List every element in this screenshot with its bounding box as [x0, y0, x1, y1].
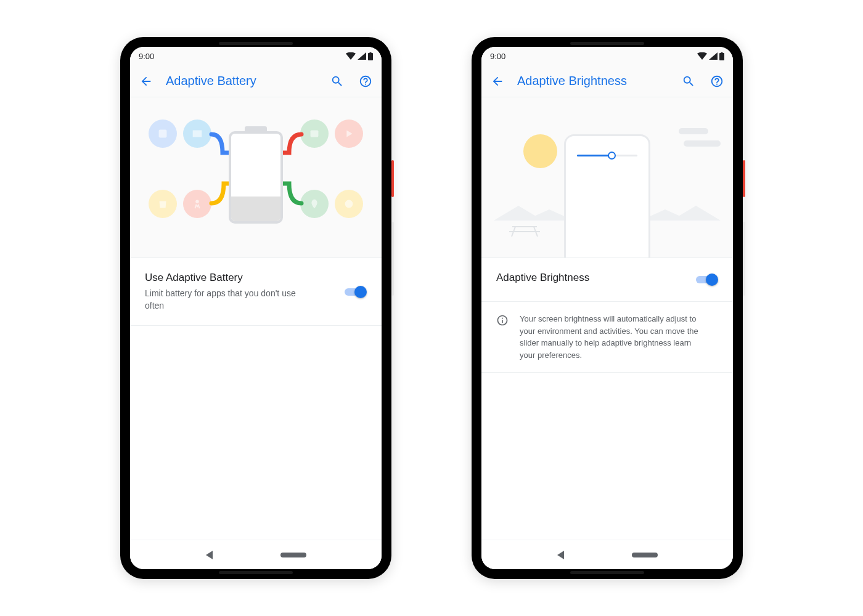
navigation-bar — [130, 540, 382, 569]
nav-home-pill[interactable] — [632, 553, 658, 557]
search-icon — [330, 75, 344, 88]
cloud-illustration — [679, 128, 708, 134]
battery-icon — [719, 52, 724, 60]
status-icons — [697, 52, 724, 60]
app-bar: Adaptive Brightness — [481, 65, 733, 97]
status-icons — [346, 52, 373, 60]
svg-rect-1 — [370, 52, 372, 54]
status-bar: 9:00 — [130, 47, 382, 65]
status-bar: 9:00 — [481, 47, 733, 65]
info-text: Your screen brightness will automaticall… — [520, 313, 698, 361]
setting-subtitle: Limit battery for apps that you don't us… — [145, 288, 305, 312]
nav-home-pill[interactable] — [280, 553, 306, 557]
content-spacer — [481, 373, 733, 540]
search-icon — [682, 75, 695, 88]
arrow-back-icon — [491, 75, 504, 88]
svg-rect-6 — [719, 53, 724, 60]
back-button[interactable] — [489, 73, 506, 90]
table-illustration — [509, 222, 540, 239]
screen: 9:00 Adaptive Battery — [130, 47, 382, 569]
toggle-adaptive-battery[interactable] — [345, 286, 367, 298]
phone-volume-button — [743, 222, 745, 296]
hero-illustration-brightness — [481, 97, 733, 257]
status-time: 9:00 — [139, 52, 154, 61]
phone-mockup-brightness: 9:00 Adaptive Brightness — [472, 37, 743, 579]
page-title: Adaptive Battery — [166, 74, 317, 88]
info-row: Your screen brightness will automaticall… — [481, 302, 733, 373]
battery-illustration — [229, 131, 283, 224]
search-button[interactable] — [329, 73, 346, 90]
nav-back-button[interactable] — [557, 551, 564, 559]
help-icon — [359, 75, 372, 88]
hero-illustration-battery — [130, 97, 382, 257]
setting-adaptive-brightness[interactable]: Adaptive Brightness — [481, 257, 733, 302]
phone-volume-button — [391, 222, 394, 296]
setting-use-adaptive-battery[interactable]: Use Adaptive Battery Limit battery for a… — [130, 257, 382, 326]
back-button[interactable] — [137, 73, 155, 90]
svg-rect-0 — [368, 53, 373, 60]
help-icon — [710, 75, 724, 88]
sun-illustration — [523, 134, 557, 168]
search-button[interactable] — [680, 73, 697, 90]
toggle-adaptive-brightness[interactable] — [696, 274, 718, 286]
phone-power-button — [743, 160, 745, 197]
wifi-icon — [697, 52, 707, 60]
cloud-illustration — [684, 140, 721, 147]
phone-power-button — [391, 160, 394, 197]
signal-icon — [358, 52, 366, 60]
phone-illustration — [564, 134, 650, 257]
battery-icon — [368, 52, 373, 60]
phone-mockup-battery: 9:00 Adaptive Battery — [120, 37, 391, 579]
signal-icon — [709, 52, 718, 60]
navigation-bar — [481, 540, 733, 569]
status-time: 9:00 — [490, 52, 505, 61]
screen: 9:00 Adaptive Brightness — [481, 47, 733, 569]
arrow-back-icon — [139, 75, 153, 88]
nav-back-button[interactable] — [206, 551, 213, 559]
content-spacer — [130, 326, 382, 540]
wifi-icon — [346, 52, 356, 60]
help-button[interactable] — [357, 73, 374, 90]
page-title: Adaptive Brightness — [517, 74, 669, 88]
help-button[interactable] — [708, 73, 726, 90]
svg-rect-7 — [721, 52, 723, 54]
info-icon — [496, 314, 509, 326]
setting-title: Use Adaptive Battery — [145, 272, 335, 284]
app-bar: Adaptive Battery — [130, 65, 382, 97]
setting-title: Adaptive Brightness — [496, 272, 686, 284]
